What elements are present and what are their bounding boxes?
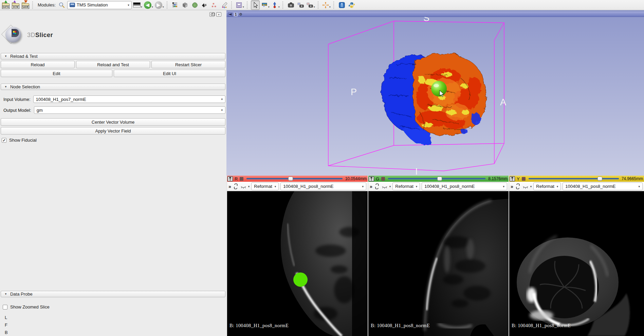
save-button[interactable]: SAVE	[21, 0, 30, 10]
chevron-down-icon[interactable]: ▾	[389, 185, 391, 188]
slice-visibility-icon[interactable]	[382, 184, 388, 189]
modules-dropdown[interactable]: TMS Simulation ▾	[67, 1, 132, 9]
slice-intersection-icon[interactable]	[239, 177, 244, 181]
orientation-label-anterior: A	[500, 97, 506, 107]
chevron-down-icon[interactable]: ▾	[530, 185, 532, 188]
crosshair-button[interactable]: ▾	[322, 0, 331, 10]
view-pin-button[interactable]	[228, 13, 233, 16]
node-selection-section-header[interactable]: ▼ Node Selection	[1, 84, 225, 90]
edit-ui-button[interactable]: Edit UI	[114, 70, 225, 77]
slice-pin-button[interactable]	[369, 176, 374, 181]
collapse-triangle-icon: ▼	[4, 85, 7, 88]
chevron-down-icon: ▾	[278, 5, 280, 10]
more-options-chevron[interactable]: »	[511, 184, 513, 189]
volume-combo[interactable]: 100408_H1_pos8_normE ▾	[422, 182, 507, 190]
crosshair-icon	[322, 2, 329, 8]
threed-view[interactable]: P A I S 1 ⚙	[226, 10, 644, 176]
slice-letter: Y	[517, 176, 520, 181]
module-forward-button[interactable]: ▶ ▾	[154, 0, 164, 10]
fiducial-sphere[interactable]	[431, 81, 447, 96]
place-fiducial-button[interactable]: ▾	[271, 0, 280, 10]
views-cube-button[interactable]	[181, 0, 189, 10]
center-vector-volume-button[interactable]: Center Vector Volume	[1, 118, 225, 126]
apply-vector-field-button[interactable]: Apply Vector Field	[1, 127, 225, 135]
slice-offset-slider[interactable]	[529, 176, 619, 181]
scene-view-restore-button[interactable]: ▾	[306, 0, 315, 10]
screenshot-button[interactable]	[287, 0, 295, 10]
slice-offset-slider[interactable]	[388, 176, 485, 181]
slice-offset-value: 10.0544mm	[345, 176, 367, 181]
python-console-button[interactable]	[347, 0, 356, 10]
orientation-combo[interactable]: Reformat ▾	[533, 182, 561, 190]
scene-view-capture-button[interactable]	[296, 0, 305, 10]
threed-view-controller-bar[interactable]: 1 ⚙	[226, 12, 644, 17]
slider-handle[interactable]	[288, 177, 293, 181]
dicom-button[interactable]: DCM	[11, 0, 20, 10]
transforms-button[interactable]	[200, 0, 209, 10]
orientation-combo[interactable]: Reformat ▾	[251, 182, 279, 190]
volume-combo[interactable]: 100408_H1_pos8_normE ▾	[563, 182, 643, 190]
yellow-slice-image[interactable]: B: 100408_H1_pos8_normE	[509, 191, 644, 336]
cube-icon	[182, 2, 188, 8]
reload-button[interactable]: Reload	[1, 61, 75, 68]
slicer-logo-icon	[3, 25, 24, 45]
link-slices-icon[interactable]	[515, 183, 521, 189]
slider-handle[interactable]	[437, 177, 442, 181]
mouse-mode-pointer-button[interactable]	[251, 0, 260, 10]
link-slices-icon[interactable]	[233, 183, 239, 189]
module-search-button[interactable]	[57, 0, 66, 10]
red-slice-image[interactable]: B: 100408_H1_pos8_normE	[227, 191, 368, 336]
toolbar-separator	[32, 1, 34, 9]
extensions-manager-button[interactable]	[337, 0, 346, 10]
svg-text:✳: ✳	[214, 5, 217, 8]
slice-offset-slider[interactable]	[246, 176, 342, 181]
module-back-button[interactable]: ◀ ▾	[144, 0, 153, 10]
sphere-mesh-icon	[191, 2, 198, 8]
reload-and-test-button[interactable]: Reload and Test	[76, 61, 150, 68]
orientation-combo[interactable]: Reformat ▾	[392, 182, 420, 190]
red-slice-options-row: » ▾ Reformat ▾ 100408_H1_pos8_normE ▾	[227, 182, 368, 191]
edit-button[interactable]: Edit	[1, 70, 112, 77]
load-data-button[interactable]: DATA	[1, 0, 10, 10]
module-hierarchy-button[interactable]	[171, 0, 180, 10]
slice-pin-button[interactable]	[227, 176, 233, 181]
annotate-button[interactable]	[220, 0, 229, 10]
transform-checker-icon	[201, 2, 208, 8]
slice-pin-button[interactable]	[510, 176, 515, 181]
input-volume-combo[interactable]: 100408_H1_pos7_normE ▾	[33, 95, 226, 103]
reload-test-section-header[interactable]: ▼ Reload & Test	[1, 53, 225, 59]
more-options-chevron[interactable]: »	[228, 184, 231, 189]
data-probe-section-header[interactable]: ▼ Data Probe	[1, 291, 225, 297]
volume-combo[interactable]: 100408_H1_pos8_normE ▾	[280, 182, 366, 190]
selected-module: TMS Simulation	[77, 2, 126, 7]
show-fiducial-label: Show Fiducial	[9, 138, 37, 143]
toolbar-separator	[333, 1, 335, 9]
chevron-down-icon: ▾	[362, 185, 364, 188]
restart-slicer-button[interactable]: Restart Slicer	[151, 61, 225, 68]
layout-selector-button[interactable]: ▾	[235, 0, 244, 10]
cursor-arrow-icon	[252, 2, 259, 8]
more-options-chevron[interactable]: »	[370, 184, 372, 189]
show-fiducial-checkbox[interactable]: ✓	[2, 138, 6, 143]
markups-button[interactable]: ✳ ✳ ✳	[210, 0, 219, 10]
slice-visibility-icon[interactable]	[522, 184, 529, 189]
section-title: Node Selection	[10, 84, 40, 89]
slice-intersection-icon[interactable]	[521, 177, 526, 181]
chevron-down-icon[interactable]: ▾	[248, 185, 250, 188]
place-point-icon	[271, 2, 278, 8]
views-sphere-button[interactable]	[190, 0, 199, 10]
module-history-swatch-button[interactable]: ▾	[133, 0, 143, 10]
slice-visibility-icon[interactable]	[240, 184, 246, 189]
chevron-down-icon: ▾	[329, 5, 331, 10]
threed-scene: P A I S	[226, 10, 644, 176]
show-zoomed-slice-checkbox[interactable]	[3, 305, 7, 310]
gear-icon[interactable]: ⚙	[239, 13, 242, 16]
green-slice-image[interactable]: B: 100408_H1_pos8_normE	[368, 191, 509, 336]
output-model-combo[interactable]: gm ▾	[34, 106, 225, 114]
toolbar-separator	[282, 1, 284, 9]
link-slices-icon[interactable]	[374, 183, 380, 189]
chevron-down-icon: ▾	[141, 5, 142, 10]
adjust-window-level-button[interactable]: ▾	[261, 0, 270, 10]
slice-intersection-icon[interactable]	[381, 177, 385, 181]
slider-handle[interactable]	[597, 177, 602, 181]
